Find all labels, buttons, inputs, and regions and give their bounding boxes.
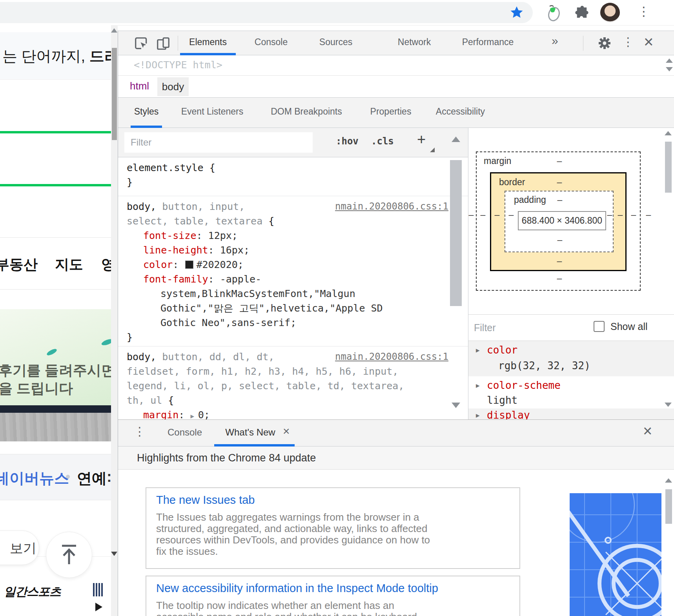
extensions-puzzle-icon[interactable] [574,5,590,21]
scrollbar-up-arrow[interactable] [111,28,117,33]
border-left-value[interactable]: – [493,210,501,220]
show-all-checkbox[interactable] [594,321,605,332]
scroll-to-top-button[interactable] [46,532,92,578]
css-rule-body-base[interactable]: nmain.20200806.css:1 body, button, input… [118,196,468,346]
more-tabs-icon[interactable]: » [552,34,558,47]
border-bottom-value[interactable]: – [555,256,564,266]
box-model-margin[interactable]: margin – border – padding – 688.400 × 34… [476,151,641,291]
margin-right-value[interactable]: – [629,210,638,220]
styles-scroll-up-icon[interactable] [452,137,460,142]
subtab-dom-breakpoints[interactable]: DOM Breakpoints [264,106,349,117]
dom-scroll-up-icon[interactable] [666,58,673,63]
dom-tree-row[interactable]: <!DOCTYPE html> [118,55,674,76]
box-model-padding[interactable]: padding – 688.400 × 3406.800 – [505,191,614,252]
card-title-link[interactable]: New accessibility information in the Ins… [156,582,438,595]
new-style-rule-button[interactable]: + [417,131,426,148]
cls-toggle[interactable]: .cls [371,136,394,147]
position-right-value[interactable]: – [644,210,653,220]
view-more-button[interactable]: 보기 [0,530,39,565]
inspect-element-icon[interactable] [134,36,149,51]
tab-network[interactable]: Network [389,37,440,47]
expand-arrow-icon[interactable]: ▶ [476,346,480,354]
scrollbar-down-arrow[interactable] [111,552,117,556]
box-model-content[interactable]: 688.400 × 3406.800 [518,211,606,230]
sidebar-scroll-down-icon[interactable] [665,403,672,407]
styles-scroll-down-icon[interactable] [452,403,460,408]
computed-row-color-scheme[interactable]: ▶ color-scheme light [468,376,674,408]
doctype-node[interactable]: <!DOCTYPE html> [134,59,222,71]
padding-right-value[interactable]: – [605,210,614,220]
padding-bottom-value[interactable]: – [556,235,564,245]
navy-band [0,405,111,413]
sidebar-scroll-up-icon[interactable] [665,131,672,135]
leaf-icon [101,338,111,346]
subtab-accessibility[interactable]: Accessibility [432,106,489,117]
whats-new-card-issues[interactable]: The new Issues tab The Issues tab aggreg… [146,487,520,569]
hov-toggle[interactable]: :hov [336,136,359,147]
nav-item-movie[interactable]: 영화 [101,255,111,274]
tab-sources[interactable]: Sources [312,37,359,47]
drawer-close-icon[interactable]: × [643,422,652,440]
page-scrollbar[interactable] [111,25,118,616]
bookmark-star-icon[interactable] [509,5,524,20]
news-brand-link[interactable]: 네이버뉴스 [0,468,69,488]
computed-filter-input[interactable] [473,319,585,336]
styles-scrollbar-thumb[interactable] [450,160,462,306]
padding-top-value[interactable]: – [556,195,564,205]
computed-row-display[interactable]: ▶ display [468,408,674,419]
computed-row-color[interactable]: ▶ color rgb(32, 32, 32) [468,341,674,376]
drawer-tab-console[interactable]: Console [161,427,208,438]
subtab-properties[interactable]: Properties [366,106,415,117]
expand-arrow-icon[interactable]: ▶ [476,382,480,389]
breadcrumb-html[interactable]: html [130,80,149,92]
css-rule-margin-reset[interactable]: nmain.20200806.css:1 body, button, dd, d… [118,346,468,419]
avatar[interactable] [600,3,620,22]
omnibox[interactable] [0,2,533,23]
whats-new-card-accessibility[interactable]: New accessibility information in the Ins… [146,576,520,616]
box-model-border[interactable]: border – padding – 688.400 × 3406.800 – … [490,172,627,271]
nav-item-realestate[interactable]: 부동산 [0,255,38,274]
promo-banner[interactable]: 후기를 들려주시면, 을 드립니다 [0,309,111,405]
subtab-event-listeners[interactable]: Event Listeners [177,106,248,117]
css-source-link[interactable]: nmain.20200806.css:1 [335,351,448,362]
padding-left-value[interactable]: – [507,210,516,220]
scrollbar-thumb[interactable] [112,48,117,140]
browser-menu-icon[interactable]: ⋮ [638,4,650,19]
subtab-styles[interactable]: Styles [131,106,162,117]
styles-filter-input[interactable] [124,132,313,153]
drawer-menu-icon[interactable]: ⋮ [134,425,146,438]
border-right-value[interactable]: – [616,210,625,220]
margin-bottom-value[interactable]: – [555,273,564,284]
whats-new-scroll-up-icon[interactable] [665,478,672,483]
settings-gear-icon[interactable] [597,36,612,50]
tab-elements[interactable]: Elements [180,37,236,47]
devtools-close-icon[interactable]: × [644,33,654,51]
border-top-value[interactable]: – [555,177,564,188]
devtools-menu-icon[interactable]: ⋮ [622,35,634,49]
news-category[interactable]: 연예 [77,468,107,488]
tab-console[interactable]: Console [248,37,295,47]
device-toolbar-icon[interactable] [156,36,171,51]
margin-left-value[interactable]: – [479,210,487,220]
promo-text-line2: 을 드립니다 [0,379,73,398]
breadcrumb-body[interactable]: body [157,77,189,96]
margin-top-value[interactable]: – [555,156,564,166]
drawer-tab-whats-new[interactable]: What's New [221,427,280,438]
expand-right-icon[interactable] [95,603,102,611]
mouse-extension-icon[interactable] [545,4,563,22]
show-all-label[interactable]: Show all [610,321,648,332]
position-left-value[interactable]: – [468,210,475,220]
expand-arrow-icon[interactable]: ▶ [476,412,480,419]
sidebar-scrollbar-thumb[interactable] [665,142,672,193]
drawer-tab-close-icon[interactable]: × [283,425,290,438]
tab-performance[interactable]: Performance [454,37,522,47]
dom-scroll-down-icon[interactable] [666,67,673,71]
whats-new-scrollbar-thumb[interactable] [665,489,672,524]
nav-item-map[interactable]: 지도 [55,255,83,274]
element-style-block[interactable]: element.style { } [118,157,468,196]
devtools-panel: Elements Console Sources Network Perform… [118,31,674,616]
card-body: The Issues tab aggregates warnings from … [156,512,430,557]
card-title-link[interactable]: The new Issues tab [156,494,255,507]
css-source-link[interactable]: nmain.20200806.css:1 [335,201,448,212]
publisher-logo[interactable]: 일간스포츠 [4,584,61,600]
